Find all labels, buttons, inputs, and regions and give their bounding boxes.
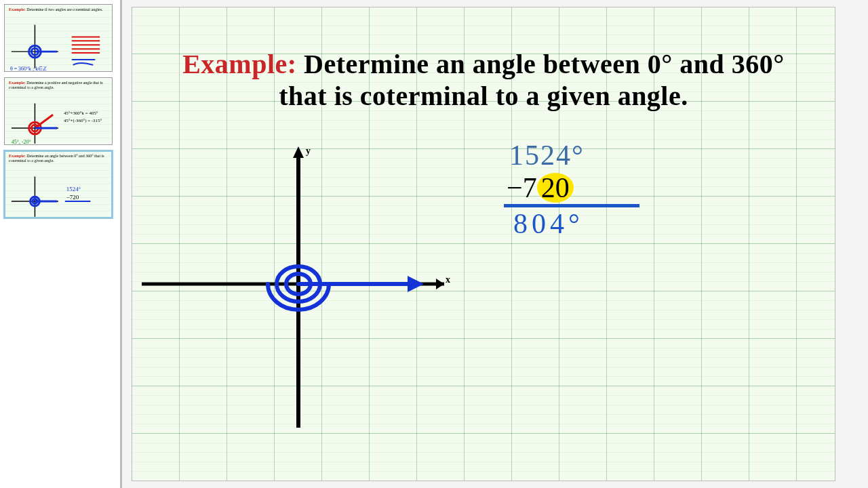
thumbnail-preview-1: θ = 360°k ; k∈ℤ (5, 5, 112, 72)
math-work: 1524° −720 804° (509, 140, 713, 239)
subtraction-rule-line (504, 204, 639, 207)
svg-text:−720: −720 (66, 194, 79, 201)
math-line-given-angle: 1524° (509, 140, 713, 170)
highlight-marker: 20 (537, 173, 574, 203)
svg-marker-32 (293, 146, 304, 158)
slide-area: Example: Determine an angle between 0° a… (122, 0, 868, 488)
svg-marker-36 (408, 276, 424, 292)
math-line-result: 804° (513, 209, 713, 239)
x-axis-label: x (446, 274, 450, 285)
current-slide[interactable]: Example: Determine an angle between 0° a… (132, 7, 835, 481)
thumbnail-preview-3: 1524° −720 (5, 151, 112, 218)
svg-marker-30 (436, 279, 444, 289)
math-line-subtract: −720 (507, 173, 713, 203)
svg-text:45°+360°k = 405°: 45°+360°k = 405° (64, 110, 98, 115)
svg-text:45°, -20°: 45°, -20° (12, 139, 31, 145)
svg-text:45°+(-360°) = -315°: 45°+(-360°) = -315° (64, 118, 102, 123)
svg-text:θ = 360°k ; k∈ℤ: θ = 360°k ; k∈ℤ (10, 66, 47, 72)
svg-text:1524°: 1524° (66, 186, 81, 192)
slide-thumbnail-3[interactable]: Example: Determine an angle between 0° a… (4, 150, 113, 218)
slide-thumbnail-1[interactable]: Example: Determine if two angles are cot… (4, 4, 113, 72)
coordinate-axes (132, 7, 835, 481)
slide-thumbnail-panel: Example: Determine if two angles are cot… (0, 0, 122, 488)
app-root: Example: Determine if two angles are cot… (0, 0, 868, 488)
svg-line-16 (35, 115, 53, 128)
thumbnail-preview-2: 45°+360°k = 405° 45°+(-360°) = -315° 45°… (5, 78, 112, 145)
y-axis-label: y (306, 146, 311, 157)
slide-thumbnail-2[interactable]: Example: Determine a positive and negati… (4, 77, 113, 145)
